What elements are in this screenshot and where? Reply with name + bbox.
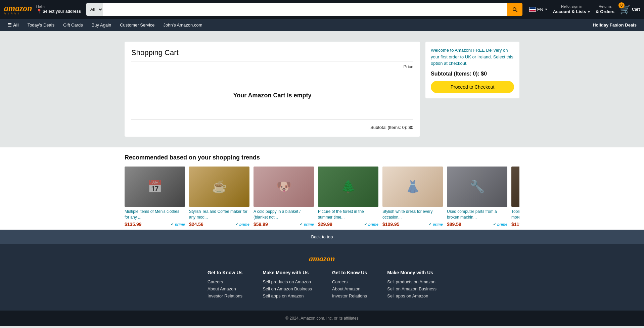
product-bottom: $29.99 ✓ prime [318,222,378,227]
search-category-select[interactable]: All [86,3,103,16]
product-bottom: $24.56 ✓ prime [189,222,249,227]
chevron-down-icon: ▼ [587,10,590,14]
footer-link-list: CareersAbout AmazonInvestor Relations [332,279,367,298]
sidebar: Welcome to Amazon! FREE Delivery on your… [425,42,519,137]
prime-label: prime [304,222,314,226]
nav-bar: ☰ All Today's Deals Gift Cards Buy Again… [0,19,644,31]
cart-title: Shopping Cart [131,48,413,57]
prime-badge: ✓ prime [493,222,507,227]
cart-button[interactable]: 🛒 0 Cart [620,4,640,15]
footer-column-heading: Get to Know Us [332,270,367,275]
footer-link[interactable]: Sell apps on Amazon [263,293,304,298]
footer-link-item: About Amazon [208,286,242,291]
product-card[interactable]: ☕ Stylish Tea and Coffee maker for any m… [189,167,249,227]
prime-badge: ✓ prime [428,222,443,227]
product-image-inner: 🌲 [318,167,378,207]
amazon-logo[interactable]: amazon ↳↳↳↳↳ [4,4,32,15]
nav-buy-again[interactable]: Buy Again [88,20,115,30]
product-price: $89.59 [447,222,461,227]
cart-count: 0 [618,2,625,8]
product-card[interactable]: 👗 Stylish white dress for every occasion… [382,167,443,227]
nav-customer-service[interactable]: Customer Service [116,20,158,30]
footer-link-item: About Amazon [332,286,367,291]
footer-link-item: Careers [332,279,367,284]
product-card[interactable]: 🐶 A cold puppy in a blanket / (blanket n… [254,167,314,227]
search-bar: All [86,3,522,16]
product-card[interactable]: 🌲 Picture of the forest in the summer ti… [318,167,378,227]
nav-johns-amazon[interactable]: John's Amazon.com [160,20,206,30]
footer-link[interactable]: About Amazon [332,286,361,291]
footer-link[interactable]: About Amazon [208,286,236,291]
product-image: 🌿 [511,167,519,207]
product-card[interactable]: 🌿 Tools for making your garden more styl… [511,167,519,227]
products-grid: 📅 Multiple items of Men's clothes for an… [125,167,519,230]
product-image: 🐶 [254,167,314,207]
footer-link-list: Sell products on AmazonSell on Amazon Bu… [387,279,436,298]
footer-link[interactable]: Sell products on Amazon [387,279,435,284]
sidebar-welcome-box: Welcome to Amazon! FREE Delivery on your… [425,42,519,98]
prime-check-icon: ✓ [300,222,303,227]
footer-column: Make Money with UsSell products on Amazo… [387,270,436,300]
footer-link-item: Sell apps on Amazon [387,293,436,298]
footer-link-item: Investor Relations [332,293,367,298]
footer-link[interactable]: Investor Relations [208,293,242,298]
footer-link-item: Sell apps on Amazon [263,293,312,298]
product-image-inner: 🌿 [511,167,519,207]
returns-button[interactable]: Returns & Orders [596,4,614,14]
footer-columns: Get to Know UsCareersAbout AmazonInvesto… [0,270,644,311]
footer-link[interactable]: Investor Relations [332,293,367,298]
product-image-inner: ☕ [189,167,249,207]
product-price: $29.99 [318,222,332,227]
search-button[interactable] [507,3,522,16]
nav-holiday-deals[interactable]: Holiday Fasion Deals [589,20,640,30]
product-card[interactable]: 🔧 Used computer parts from a broken mach… [447,167,507,227]
footer-link[interactable]: Careers [332,279,348,284]
product-image: 📅 [125,167,185,207]
footer-link[interactable]: Sell apps on Amazon [387,293,428,298]
footer-link[interactable]: Sell products on Amazon [263,279,311,284]
nav-today-deals[interactable]: Today's Deals [24,20,58,30]
footer-link[interactable]: Careers [208,279,223,284]
product-bottom: $109.95 ✓ prime [382,222,443,227]
recommended-title: Recommended based on your shopping trend… [125,154,519,161]
product-bottom: $59.99 ✓ prime [254,222,314,227]
chevron-down-icon: ▼ [545,8,548,11]
footer-link-item: Sell on Amazon Business [263,286,312,291]
footer-column-heading: Get to Know Us [208,270,242,275]
footer-logo: amazon [0,254,644,263]
sidebar-subtotal: Subtotal (Items: 0): $0 [431,71,514,77]
prime-check-icon: ✓ [235,222,239,227]
back-to-top-button[interactable]: Back to top [0,230,644,244]
footer-link-item: Careers [208,279,242,284]
product-title: A cold puppy in a blanket / (blanket not… [254,209,314,220]
product-bottom: $135.99 ✓ prime [125,222,185,227]
product-card[interactable]: 📅 Multiple items of Men's clothes for an… [125,167,185,227]
product-bottom: $89.59 ✓ prime [447,222,507,227]
product-title: Stylish Tea and Coffee maker for any mod… [189,209,249,220]
search-input[interactable] [103,3,507,16]
address-selector[interactable]: Hello 📍 Select your address [36,5,81,14]
nav-gift-cards[interactable]: Gift Cards [59,20,87,30]
account-button[interactable]: Hello, sign in Account & Lists ▼ [553,4,591,14]
nav-all-button[interactable]: ☰ All [4,20,22,30]
footer-link-item: Sell on Amazon Business [387,286,436,291]
prime-check-icon: ✓ [428,222,432,227]
prime-check-icon: ✓ [364,222,368,227]
product-title: Multiple items of Men's clothes for any … [125,209,185,220]
product-image: 👗 [382,167,443,207]
product-bottom: $119.99 ✓ prime [511,222,519,227]
logo-text: amazon [4,4,32,13]
footer-column: Make Money with UsSell products on Amazo… [263,270,312,300]
footer-link[interactable]: Sell on Amazon Business [263,286,312,291]
product-title: Tools for making your garden more stylis… [511,209,519,220]
product-image-inner: 📅 [125,167,185,207]
checkout-button[interactable]: Proceed to Checkout [431,81,514,93]
footer-column-heading: Make Money with Us [387,270,436,275]
hamburger-icon: ☰ [8,22,12,28]
prime-check-icon: ✓ [171,222,174,227]
footer-link[interactable]: Sell on Amazon Business [387,286,436,291]
welcome-text: Welcome to Amazon! FREE Delivery on your… [431,47,514,67]
product-image: 🔧 [447,167,507,207]
language-selector[interactable]: EN ▼ [529,7,548,12]
cart-section: Shopping Cart Price Your Amazon Cart is … [125,42,420,137]
